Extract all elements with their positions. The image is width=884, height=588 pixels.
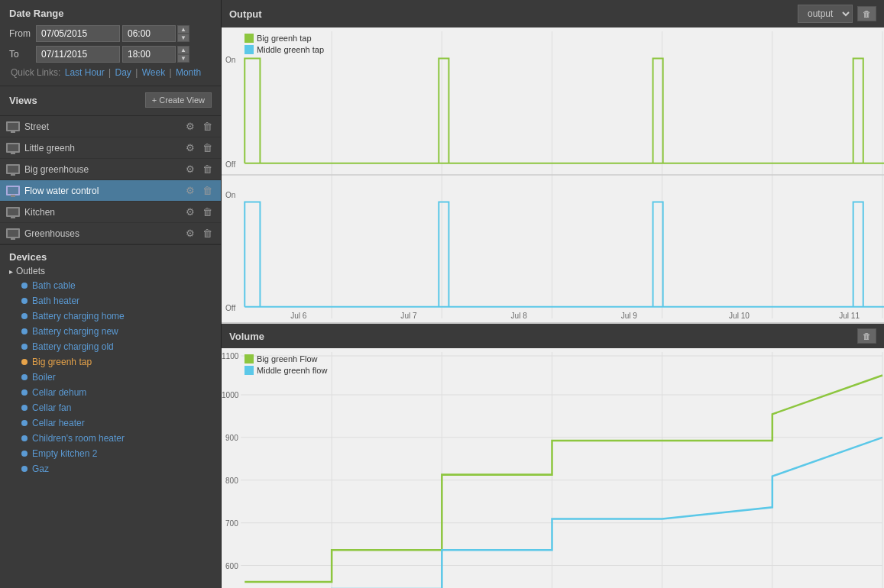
output-legend-color-1 <box>244 34 254 43</box>
view-trash-flow-water-control[interactable]: 🗑 <box>200 184 215 197</box>
outlet-name-empty-kitchen-2: Empty kitchen 2 <box>32 448 97 459</box>
monitor-icon-kitchen <box>6 207 20 217</box>
create-view-button[interactable]: + Create View <box>145 92 212 108</box>
quick-links-label: Quick Links: <box>11 67 63 78</box>
volume-chart-header: Volume 🗑 <box>222 324 884 348</box>
view-item-little-greenh[interactable]: Little greenh ⚙ 🗑 <box>0 137 221 159</box>
views-title: Views <box>9 95 37 106</box>
view-name-flow-water-control: Flow water control <box>24 186 183 196</box>
outlet-dot-childrens-room-heater <box>21 435 28 441</box>
from-date-input[interactable] <box>36 25 120 42</box>
view-name-big-greenhouse: Big greenhouse <box>24 164 183 175</box>
outlet-dot-battery-charging-old <box>21 344 28 350</box>
from-label: From <box>9 28 36 39</box>
view-name-street: Street <box>24 121 183 132</box>
outlet-item-bath-cable[interactable]: Bath cable <box>9 278 212 293</box>
outlet-item-cellar-fan[interactable]: Cellar fan <box>9 400 212 415</box>
monitor-icon-greenhouses <box>6 228 20 238</box>
output-chart-controls: output 🗑 <box>798 5 876 23</box>
outlet-item-gaz[interactable]: Gaz <box>9 461 212 477</box>
view-item-kitchen[interactable]: Kitchen ⚙ 🗑 <box>0 202 221 223</box>
outlet-item-battery-charging-home[interactable]: Battery charging home <box>9 309 212 324</box>
volume-legend-label-1: Big greenh Flow <box>257 354 318 363</box>
view-gear-big-greenhouse[interactable]: ⚙ <box>183 163 197 176</box>
output-chart-area: Big greenh tap Middle greenh tap <box>222 27 884 322</box>
view-name-little-greenh: Little greenh <box>24 143 183 153</box>
outlet-dot-bath-cable <box>21 283 28 289</box>
outlet-name-cellar-fan: Cellar fan <box>32 402 71 413</box>
outlet-item-empty-kitchen-2[interactable]: Empty kitchen 2 <box>9 446 212 461</box>
output-chart-panel: Output output 🗑 Big greenh tap Middle gr… <box>222 0 884 324</box>
from-time-input[interactable] <box>122 25 176 42</box>
to-date-input[interactable] <box>36 46 120 63</box>
view-actions-greenhouses: ⚙ 🗑 <box>183 227 215 240</box>
view-actions-little-greenh: ⚙ 🗑 <box>183 141 215 154</box>
svg-text:1000: 1000 <box>222 391 239 399</box>
view-item-street[interactable]: Street ⚙ 🗑 <box>0 116 221 137</box>
volume-chart-svg: 500 600 700 800 900 1000 1100 Jul 6 Jul … <box>222 352 884 588</box>
outlets-header[interactable]: Outlets <box>9 266 212 276</box>
from-spin-down[interactable]: ▼ <box>177 34 189 42</box>
view-trash-little-greenh[interactable]: 🗑 <box>200 141 215 154</box>
svg-text:Off: Off <box>225 304 235 312</box>
to-spin: ▲ ▼ <box>177 46 189 63</box>
quick-link-last-hour[interactable]: Last Hour <box>65 67 105 78</box>
output-select[interactable]: output <box>798 5 853 23</box>
outlet-item-big-greenh-tap[interactable]: Big greenh tap <box>9 354 212 370</box>
output-chart-svg: On Off On Off Jul 6 Jul 7 Jul 8 Jul 9 Ju… <box>222 31 884 318</box>
outlet-item-cellar-heater[interactable]: Cellar heater <box>9 415 212 431</box>
view-item-flow-water-control[interactable]: Flow water control ⚙ 🗑 <box>0 180 221 202</box>
view-gear-greenhouses[interactable]: ⚙ <box>183 227 197 240</box>
view-actions-street: ⚙ 🗑 <box>183 120 215 133</box>
quick-link-month[interactable]: Month <box>176 67 201 78</box>
view-item-greenhouses[interactable]: Greenhouses ⚙ 🗑 <box>0 223 221 244</box>
view-gear-street[interactable]: ⚙ <box>183 120 197 133</box>
view-gear-kitchen[interactable]: ⚙ <box>183 205 197 218</box>
monitor-icon-big-greenhouse <box>6 164 20 174</box>
outlet-item-boiler[interactable]: Boiler <box>9 370 212 385</box>
outlet-dot-cellar-fan <box>21 405 28 411</box>
view-trash-kitchen[interactable]: 🗑 <box>200 205 215 218</box>
volume-chart-title: Volume <box>229 331 264 342</box>
view-gear-little-greenh[interactable]: ⚙ <box>183 141 197 154</box>
view-trash-big-greenhouse[interactable]: 🗑 <box>200 163 215 176</box>
output-delete-button[interactable]: 🗑 <box>857 6 876 21</box>
to-label: To <box>9 49 36 60</box>
outlet-item-bath-heater[interactable]: Bath heater <box>9 293 212 309</box>
devices-section: Devices Outlets Bath cable Bath heater B… <box>0 245 221 588</box>
view-gear-flow-water-control[interactable]: ⚙ <box>183 184 197 197</box>
monitor-icon-flow-water-control <box>6 186 20 195</box>
to-row: To ▲ ▼ <box>9 46 212 63</box>
from-spin-up[interactable]: ▲ <box>177 25 189 34</box>
output-legend-item-2: Middle greenh tap <box>244 45 324 54</box>
svg-text:700: 700 <box>225 519 238 528</box>
to-spin-up[interactable]: ▲ <box>177 46 189 54</box>
outlet-dot-gaz <box>21 466 28 472</box>
view-trash-greenhouses[interactable]: 🗑 <box>200 227 215 240</box>
quick-links: Quick Links: Last Hour | Day | Week | Mo… <box>9 67 212 78</box>
outlet-item-battery-charging-new[interactable]: Battery charging new <box>9 324 212 339</box>
view-trash-street[interactable]: 🗑 <box>200 120 215 133</box>
svg-text:600: 600 <box>225 562 238 570</box>
quick-link-day[interactable]: Day <box>115 67 131 78</box>
volume-delete-button[interactable]: 🗑 <box>857 328 876 344</box>
outlet-item-battery-charging-old[interactable]: Battery charging old <box>9 339 212 354</box>
view-actions-big-greenhouse: ⚙ 🗑 <box>183 163 215 176</box>
view-item-big-greenhouse[interactable]: Big greenhouse ⚙ 🗑 <box>0 159 221 180</box>
outlet-item-childrens-room-heater[interactable]: Children's room heater <box>9 431 212 446</box>
outlet-name-battery-charging-home: Battery charging home <box>32 311 125 321</box>
svg-text:900: 900 <box>225 434 238 442</box>
svg-text:Jul 11: Jul 11 <box>839 312 860 318</box>
outlet-name-bath-heater: Bath heater <box>32 296 79 306</box>
svg-text:800: 800 <box>225 477 238 485</box>
to-time-input[interactable] <box>122 46 176 63</box>
to-spin-down[interactable]: ▼ <box>177 54 189 63</box>
quick-link-week[interactable]: Week <box>142 67 165 78</box>
outlet-item-cellar-dehum[interactable]: Cellar dehum <box>9 385 212 400</box>
outlet-name-gaz: Gaz <box>32 464 49 474</box>
svg-text:Jul 8: Jul 8 <box>511 312 528 318</box>
outlets-list: Bath cable Bath heater Battery charging … <box>9 278 212 477</box>
outlet-dot-boiler <box>21 374 28 380</box>
from-spin: ▲ ▼ <box>177 25 189 42</box>
monitor-icon-street <box>6 121 20 131</box>
